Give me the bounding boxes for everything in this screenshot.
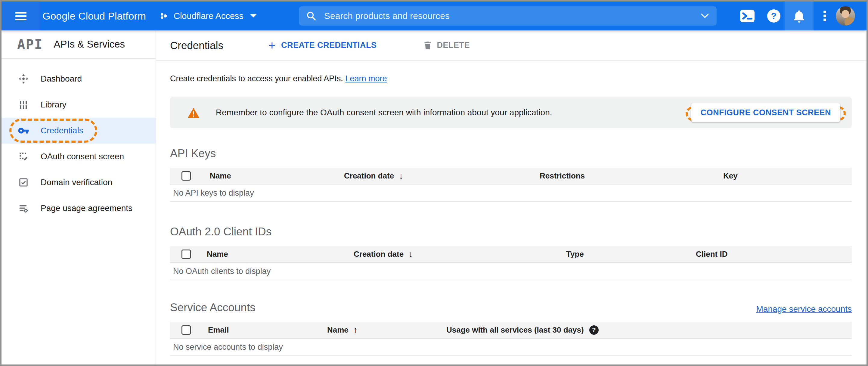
- key-icon: [18, 125, 29, 136]
- service-accounts-heading-row: Service Accounts Manage service accounts: [170, 301, 852, 314]
- learn-more-link[interactable]: Learn more: [345, 74, 387, 83]
- column-header-name[interactable]: Name: [207, 249, 354, 259]
- trash-icon: [424, 41, 437, 50]
- service-accounts-select-all-checkbox[interactable]: [182, 325, 191, 335]
- sidebar-item-dashboard[interactable]: Dashboard: [1, 66, 156, 92]
- sidebar-item-page-usage-agreements[interactable]: Page usage agreements: [1, 195, 156, 221]
- sidebar-item-library[interactable]: Library: [1, 92, 156, 118]
- column-header-type[interactable]: Type: [566, 249, 696, 259]
- topbar-actions: ? ⋮: [738, 1, 867, 30]
- notifications-button[interactable]: [785, 1, 813, 30]
- sidebar-item-domain-verification[interactable]: Domain verification: [1, 170, 156, 195]
- page-toolbar: Credentials + CREATE CREDENTIALS DELETE: [156, 30, 867, 61]
- api-keys-table-header: Name Creation date ↓ Restrictions Key: [170, 167, 852, 184]
- more-vert-icon: ⋮: [818, 9, 831, 23]
- api-keys-empty-state: No API keys to display: [170, 184, 852, 202]
- sidebar: API APIs & Services Dashboard Library: [1, 30, 156, 366]
- service-accounts-title: Service Accounts: [170, 301, 255, 314]
- sidebar-item-label: OAuth consent screen: [41, 152, 124, 161]
- checkbox-check-icon: [18, 177, 29, 188]
- banner-action-area: CONFIGURE CONSENT SCREEN: [686, 103, 846, 122]
- search-expand-chevron-icon[interactable]: [700, 13, 709, 19]
- column-header-client-id[interactable]: Client ID: [696, 249, 852, 259]
- usage-help-icon[interactable]: ?: [589, 325, 599, 335]
- creation-date-label: Creation date: [344, 171, 394, 181]
- help-icon: ?: [767, 9, 780, 23]
- hamburger-icon: [16, 10, 27, 22]
- warning-icon: [187, 107, 199, 118]
- column-header-key[interactable]: Key: [723, 171, 852, 181]
- column-header-restrictions[interactable]: Restrictions: [540, 171, 723, 181]
- cloud-shell-icon: [740, 9, 755, 23]
- sidebar-item-label: Page usage agreements: [41, 204, 132, 213]
- sidebar-item-label: Domain verification: [41, 178, 112, 187]
- search-input[interactable]: [324, 11, 700, 21]
- column-header-creation-date[interactable]: Creation date ↓: [344, 171, 540, 181]
- sidebar-item-oauth-consent-screen[interactable]: OAuth consent screen: [1, 144, 156, 170]
- delete-label: DELETE: [437, 41, 470, 50]
- bell-icon: [793, 9, 806, 23]
- credentials-content: Create credentials to access your enable…: [156, 61, 867, 356]
- usage-label: Usage with all services (last 30 days): [446, 325, 584, 335]
- page-title: Credentials: [170, 39, 223, 52]
- column-header-email[interactable]: Email: [208, 325, 327, 335]
- oauth-select-all-checkbox[interactable]: [182, 249, 191, 259]
- help-button[interactable]: ?: [765, 1, 782, 30]
- sort-desc-icon: ↓: [399, 171, 403, 181]
- sort-asc-icon: ↑: [353, 325, 358, 335]
- oauth-clients-title: OAuth 2.0 Client IDs: [170, 225, 852, 238]
- chevron-down-icon: [249, 13, 257, 18]
- oauth-clients-empty-state: No OAuth clients to display: [170, 263, 852, 280]
- service-accounts-table-header: Email Name ↑ Usage with all services (la…: [170, 322, 852, 339]
- consent-button-annotation-highlight: CONFIGURE CONSENT SCREEN: [686, 106, 846, 121]
- consent-warning-banner: Remember to configure the OAuth consent …: [170, 97, 852, 128]
- intro-sentence: Create credentials to access your enable…: [170, 74, 343, 83]
- brand-title: Google Cloud Platform: [42, 10, 146, 22]
- column-header-usage[interactable]: Usage with all services (last 30 days) ?: [446, 325, 852, 335]
- column-header-name[interactable]: Name ↑: [327, 325, 446, 335]
- manage-service-accounts-link[interactable]: Manage service accounts: [756, 304, 852, 314]
- sidebar-item-label: Credentials: [41, 126, 83, 135]
- sort-desc-icon: ↓: [408, 249, 413, 259]
- dashboard-icon: [18, 73, 29, 85]
- api-keys-section: API Keys Name Creation date ↓ Restrictio…: [170, 147, 852, 202]
- service-accounts-empty-state: No service accounts to display: [170, 339, 852, 356]
- column-header-creation-date[interactable]: Creation date ↓: [354, 249, 566, 259]
- sidebar-title: APIs & Services: [54, 38, 125, 50]
- project-name: Cloudflare Access: [174, 11, 244, 21]
- sidebar-item-label: Library: [41, 100, 66, 110]
- project-icon: [159, 11, 169, 21]
- sidebar-header: API APIs & Services: [1, 30, 156, 59]
- main-menu-button[interactable]: [1, 1, 40, 30]
- search-icon: [306, 11, 316, 21]
- create-credentials-label: CREATE CREDENTIALS: [281, 41, 377, 50]
- service-accounts-section: Service Accounts Manage service accounts…: [170, 301, 852, 356]
- intro-text: Create credentials to access your enable…: [170, 74, 852, 83]
- creation-date-label: Creation date: [354, 249, 404, 259]
- configure-consent-screen-button[interactable]: CONFIGURE CONSENT SCREEN: [691, 103, 840, 122]
- sidebar-item-label: Dashboard: [41, 74, 82, 84]
- sidebar-item-credentials[interactable]: Credentials: [1, 118, 156, 144]
- create-credentials-button[interactable]: + CREATE CREDENTIALS: [269, 41, 376, 50]
- oauth-clients-section: OAuth 2.0 Client IDs Name Creation date …: [170, 225, 852, 280]
- top-navigation-bar: Google Cloud Platform Cloudflare Access: [1, 1, 867, 30]
- api-keys-select-all-checkbox[interactable]: [182, 171, 191, 181]
- sidebar-nav: Dashboard Library Credentials: [1, 59, 156, 221]
- project-selector[interactable]: Cloudflare Access: [159, 11, 257, 21]
- library-icon: [18, 99, 29, 111]
- gcp-console-window: Google Cloud Platform Cloudflare Access: [0, 0, 868, 366]
- main-content: Credentials + CREATE CREDENTIALS DELETE …: [156, 30, 867, 366]
- user-avatar[interactable]: [836, 6, 855, 26]
- oauth-clients-table-header: Name Creation date ↓ Type Client ID: [170, 246, 852, 263]
- api-product-logo: API: [17, 37, 43, 52]
- name-label: Name: [327, 325, 348, 335]
- search-bar[interactable]: [299, 6, 717, 26]
- warning-message: Remember to configure the OAuth consent …: [216, 108, 552, 117]
- more-options-button[interactable]: ⋮: [818, 1, 832, 30]
- column-header-name[interactable]: Name: [210, 171, 344, 181]
- consent-screen-icon: [18, 151, 29, 162]
- api-keys-title: API Keys: [170, 147, 852, 160]
- list-gear-icon: [18, 203, 29, 214]
- delete-button[interactable]: DELETE: [424, 41, 470, 50]
- cloud-shell-button[interactable]: [738, 1, 756, 30]
